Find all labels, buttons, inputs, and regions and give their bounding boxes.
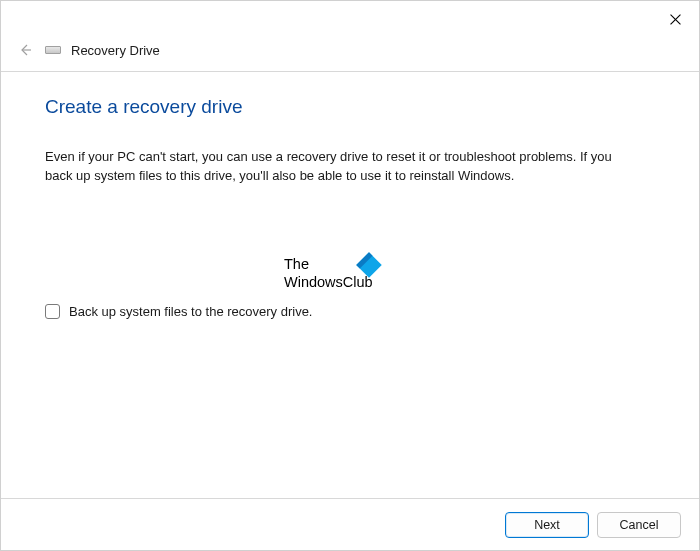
header-row: Recovery Drive [1,37,699,71]
titlebar [1,1,699,37]
back-button[interactable] [15,40,35,60]
footer-bar: Next Cancel [1,498,699,550]
backup-checkbox-label: Back up system files to the recovery dri… [69,304,312,319]
back-arrow-icon [17,42,33,58]
watermark-logo-icon [360,256,378,274]
drive-icon [45,43,63,57]
page-title: Create a recovery drive [45,96,655,118]
close-icon [670,14,681,25]
cancel-button[interactable]: Cancel [597,512,681,538]
backup-checkbox-row[interactable]: Back up system files to the recovery dri… [45,304,655,319]
window-title: Recovery Drive [71,43,160,58]
backup-checkbox[interactable] [45,304,60,319]
close-button[interactable] [655,4,695,34]
description-text: Even if your PC can't start, you can use… [45,148,635,186]
next-button[interactable]: Next [505,512,589,538]
